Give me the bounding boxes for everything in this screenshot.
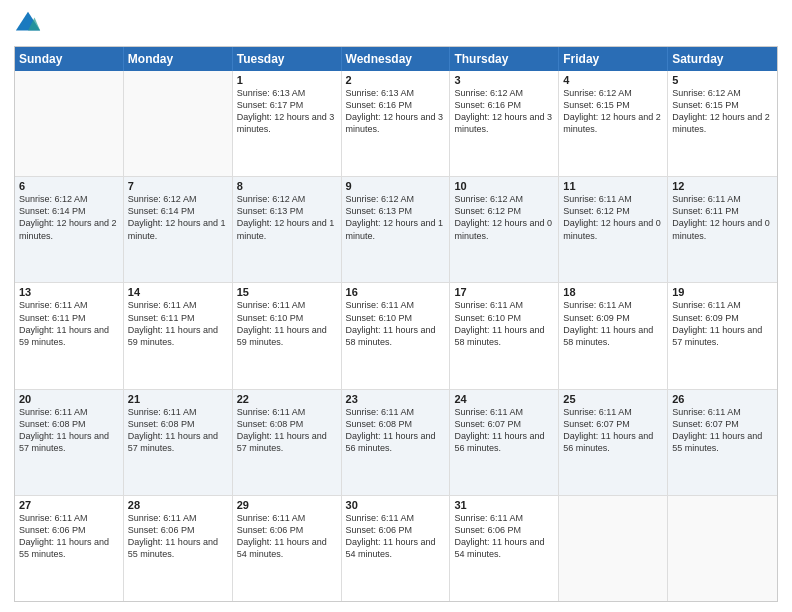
calendar-cell: 12Sunrise: 6:11 AM Sunset: 6:11 PM Dayli… bbox=[668, 177, 777, 282]
calendar-cell: 28Sunrise: 6:11 AM Sunset: 6:06 PM Dayli… bbox=[124, 496, 233, 601]
day-number: 26 bbox=[672, 393, 773, 405]
cell-text: Sunrise: 6:11 AM Sunset: 6:12 PM Dayligh… bbox=[563, 193, 663, 242]
cell-text: Sunrise: 6:11 AM Sunset: 6:09 PM Dayligh… bbox=[672, 299, 773, 348]
calendar-cell: 7Sunrise: 6:12 AM Sunset: 6:14 PM Daylig… bbox=[124, 177, 233, 282]
calendar-cell: 25Sunrise: 6:11 AM Sunset: 6:07 PM Dayli… bbox=[559, 390, 668, 495]
page: SundayMondayTuesdayWednesdayThursdayFrid… bbox=[0, 0, 792, 612]
cell-text: Sunrise: 6:11 AM Sunset: 6:07 PM Dayligh… bbox=[454, 406, 554, 455]
day-number: 4 bbox=[563, 74, 663, 86]
calendar-cell: 21Sunrise: 6:11 AM Sunset: 6:08 PM Dayli… bbox=[124, 390, 233, 495]
calendar-cell: 14Sunrise: 6:11 AM Sunset: 6:11 PM Dayli… bbox=[124, 283, 233, 388]
cell-text: Sunrise: 6:11 AM Sunset: 6:08 PM Dayligh… bbox=[237, 406, 337, 455]
calendar-cell: 19Sunrise: 6:11 AM Sunset: 6:09 PM Dayli… bbox=[668, 283, 777, 388]
day-number: 13 bbox=[19, 286, 119, 298]
day-number: 3 bbox=[454, 74, 554, 86]
day-number: 31 bbox=[454, 499, 554, 511]
logo-icon bbox=[14, 10, 42, 38]
calendar-cell: 6Sunrise: 6:12 AM Sunset: 6:14 PM Daylig… bbox=[15, 177, 124, 282]
day-number: 25 bbox=[563, 393, 663, 405]
cell-text: Sunrise: 6:12 AM Sunset: 6:14 PM Dayligh… bbox=[128, 193, 228, 242]
calendar-cell: 4Sunrise: 6:12 AM Sunset: 6:15 PM Daylig… bbox=[559, 71, 668, 176]
cell-text: Sunrise: 6:11 AM Sunset: 6:06 PM Dayligh… bbox=[19, 512, 119, 561]
day-number: 19 bbox=[672, 286, 773, 298]
calendar-row: 1Sunrise: 6:13 AM Sunset: 6:17 PM Daylig… bbox=[15, 71, 777, 177]
cell-text: Sunrise: 6:11 AM Sunset: 6:11 PM Dayligh… bbox=[672, 193, 773, 242]
cell-text: Sunrise: 6:11 AM Sunset: 6:06 PM Dayligh… bbox=[454, 512, 554, 561]
calendar-cell bbox=[559, 496, 668, 601]
day-number: 9 bbox=[346, 180, 446, 192]
calendar-cell: 30Sunrise: 6:11 AM Sunset: 6:06 PM Dayli… bbox=[342, 496, 451, 601]
cell-text: Sunrise: 6:11 AM Sunset: 6:11 PM Dayligh… bbox=[19, 299, 119, 348]
calendar-cell: 18Sunrise: 6:11 AM Sunset: 6:09 PM Dayli… bbox=[559, 283, 668, 388]
calendar-row: 13Sunrise: 6:11 AM Sunset: 6:11 PM Dayli… bbox=[15, 283, 777, 389]
calendar-cell: 24Sunrise: 6:11 AM Sunset: 6:07 PM Dayli… bbox=[450, 390, 559, 495]
day-number: 15 bbox=[237, 286, 337, 298]
cell-text: Sunrise: 6:11 AM Sunset: 6:10 PM Dayligh… bbox=[237, 299, 337, 348]
cell-text: Sunrise: 6:12 AM Sunset: 6:15 PM Dayligh… bbox=[672, 87, 773, 136]
calendar-header: SundayMondayTuesdayWednesdayThursdayFrid… bbox=[15, 47, 777, 71]
calendar-cell: 29Sunrise: 6:11 AM Sunset: 6:06 PM Dayli… bbox=[233, 496, 342, 601]
day-number: 17 bbox=[454, 286, 554, 298]
cell-text: Sunrise: 6:11 AM Sunset: 6:10 PM Dayligh… bbox=[346, 299, 446, 348]
cell-text: Sunrise: 6:11 AM Sunset: 6:07 PM Dayligh… bbox=[672, 406, 773, 455]
cell-text: Sunrise: 6:11 AM Sunset: 6:08 PM Dayligh… bbox=[19, 406, 119, 455]
calendar-cell: 11Sunrise: 6:11 AM Sunset: 6:12 PM Dayli… bbox=[559, 177, 668, 282]
calendar-header-cell: Sunday bbox=[15, 47, 124, 71]
calendar-cell: 15Sunrise: 6:11 AM Sunset: 6:10 PM Dayli… bbox=[233, 283, 342, 388]
calendar-cell: 20Sunrise: 6:11 AM Sunset: 6:08 PM Dayli… bbox=[15, 390, 124, 495]
day-number: 22 bbox=[237, 393, 337, 405]
cell-text: Sunrise: 6:13 AM Sunset: 6:16 PM Dayligh… bbox=[346, 87, 446, 136]
calendar-header-cell: Saturday bbox=[668, 47, 777, 71]
calendar-cell bbox=[15, 71, 124, 176]
calendar-cell: 22Sunrise: 6:11 AM Sunset: 6:08 PM Dayli… bbox=[233, 390, 342, 495]
calendar-cell: 10Sunrise: 6:12 AM Sunset: 6:12 PM Dayli… bbox=[450, 177, 559, 282]
calendar-cell: 31Sunrise: 6:11 AM Sunset: 6:06 PM Dayli… bbox=[450, 496, 559, 601]
calendar-cell: 3Sunrise: 6:12 AM Sunset: 6:16 PM Daylig… bbox=[450, 71, 559, 176]
day-number: 24 bbox=[454, 393, 554, 405]
cell-text: Sunrise: 6:13 AM Sunset: 6:17 PM Dayligh… bbox=[237, 87, 337, 136]
day-number: 20 bbox=[19, 393, 119, 405]
cell-text: Sunrise: 6:12 AM Sunset: 6:14 PM Dayligh… bbox=[19, 193, 119, 242]
calendar-cell: 17Sunrise: 6:11 AM Sunset: 6:10 PM Dayli… bbox=[450, 283, 559, 388]
calendar-cell: 13Sunrise: 6:11 AM Sunset: 6:11 PM Dayli… bbox=[15, 283, 124, 388]
cell-text: Sunrise: 6:12 AM Sunset: 6:12 PM Dayligh… bbox=[454, 193, 554, 242]
day-number: 23 bbox=[346, 393, 446, 405]
cell-text: Sunrise: 6:11 AM Sunset: 6:10 PM Dayligh… bbox=[454, 299, 554, 348]
calendar-cell: 9Sunrise: 6:12 AM Sunset: 6:13 PM Daylig… bbox=[342, 177, 451, 282]
day-number: 11 bbox=[563, 180, 663, 192]
calendar-cell: 23Sunrise: 6:11 AM Sunset: 6:08 PM Dayli… bbox=[342, 390, 451, 495]
day-number: 27 bbox=[19, 499, 119, 511]
calendar-row: 27Sunrise: 6:11 AM Sunset: 6:06 PM Dayli… bbox=[15, 496, 777, 601]
cell-text: Sunrise: 6:12 AM Sunset: 6:16 PM Dayligh… bbox=[454, 87, 554, 136]
day-number: 14 bbox=[128, 286, 228, 298]
calendar: SundayMondayTuesdayWednesdayThursdayFrid… bbox=[14, 46, 778, 602]
calendar-header-cell: Monday bbox=[124, 47, 233, 71]
calendar-row: 6Sunrise: 6:12 AM Sunset: 6:14 PM Daylig… bbox=[15, 177, 777, 283]
header bbox=[14, 10, 778, 38]
cell-text: Sunrise: 6:12 AM Sunset: 6:15 PM Dayligh… bbox=[563, 87, 663, 136]
calendar-header-cell: Wednesday bbox=[342, 47, 451, 71]
calendar-row: 20Sunrise: 6:11 AM Sunset: 6:08 PM Dayli… bbox=[15, 390, 777, 496]
cell-text: Sunrise: 6:12 AM Sunset: 6:13 PM Dayligh… bbox=[237, 193, 337, 242]
calendar-body: 1Sunrise: 6:13 AM Sunset: 6:17 PM Daylig… bbox=[15, 71, 777, 601]
cell-text: Sunrise: 6:11 AM Sunset: 6:07 PM Dayligh… bbox=[563, 406, 663, 455]
calendar-cell: 5Sunrise: 6:12 AM Sunset: 6:15 PM Daylig… bbox=[668, 71, 777, 176]
calendar-cell: 8Sunrise: 6:12 AM Sunset: 6:13 PM Daylig… bbox=[233, 177, 342, 282]
cell-text: Sunrise: 6:11 AM Sunset: 6:06 PM Dayligh… bbox=[128, 512, 228, 561]
logo bbox=[14, 10, 46, 38]
day-number: 10 bbox=[454, 180, 554, 192]
day-number: 7 bbox=[128, 180, 228, 192]
day-number: 21 bbox=[128, 393, 228, 405]
cell-text: Sunrise: 6:11 AM Sunset: 6:06 PM Dayligh… bbox=[237, 512, 337, 561]
day-number: 18 bbox=[563, 286, 663, 298]
calendar-cell bbox=[124, 71, 233, 176]
day-number: 28 bbox=[128, 499, 228, 511]
calendar-header-cell: Friday bbox=[559, 47, 668, 71]
calendar-cell: 16Sunrise: 6:11 AM Sunset: 6:10 PM Dayli… bbox=[342, 283, 451, 388]
cell-text: Sunrise: 6:11 AM Sunset: 6:08 PM Dayligh… bbox=[128, 406, 228, 455]
calendar-cell bbox=[668, 496, 777, 601]
day-number: 6 bbox=[19, 180, 119, 192]
calendar-header-cell: Thursday bbox=[450, 47, 559, 71]
day-number: 12 bbox=[672, 180, 773, 192]
day-number: 5 bbox=[672, 74, 773, 86]
